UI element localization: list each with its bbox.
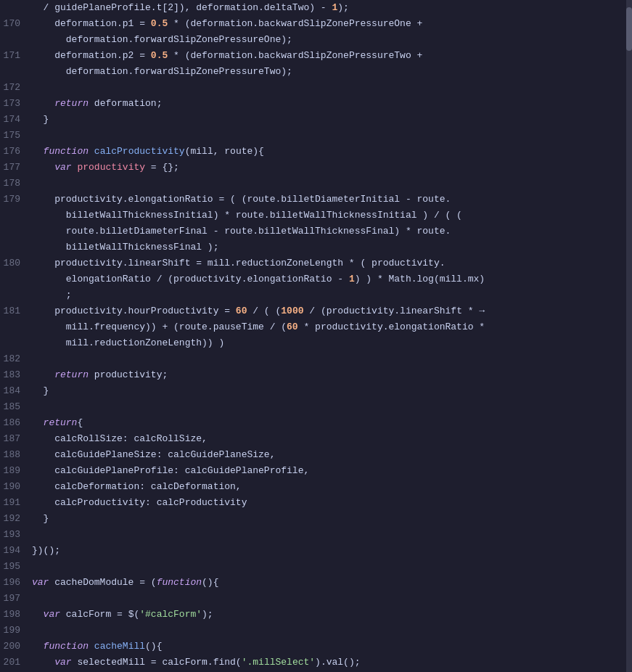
table-row: 195 xyxy=(0,559,626,575)
table-row: 193 xyxy=(0,527,626,543)
line-number: 201 xyxy=(0,655,32,671)
table-row: 170 deformation.p1 = 0.5 * (deformation.… xyxy=(0,16,626,32)
line-number: 178 xyxy=(0,176,32,192)
line-number: 192 xyxy=(0,511,32,527)
line-number xyxy=(0,319,32,335)
table-row: mill.reductionZoneLength)) ) xyxy=(0,335,626,351)
line-content xyxy=(32,80,626,96)
line-content: var calcForm = $('#calcForm'); xyxy=(32,607,626,623)
line-number: 183 xyxy=(0,367,32,383)
line-content: } xyxy=(32,112,626,128)
line-number: 175 xyxy=(0,128,32,144)
line-content xyxy=(32,527,626,543)
line-number: 172 xyxy=(0,80,32,96)
line-content: deformation.forwardSlipZonePressureOne); xyxy=(32,32,626,48)
line-content xyxy=(32,128,626,144)
line-number: 173 xyxy=(0,96,32,112)
table-row: 173 return deformation; xyxy=(0,96,626,112)
line-number: 185 xyxy=(0,399,32,415)
line-content: mill.reductionZoneLength)) ) xyxy=(32,335,626,351)
table-row: 172 xyxy=(0,80,626,96)
line-number xyxy=(0,208,32,224)
line-content: calcGuidePlaneSize: calcGuidePlaneSize, xyxy=(32,447,626,463)
line-content xyxy=(32,559,626,575)
line-content xyxy=(32,623,626,639)
table-row: 184 } xyxy=(0,383,626,399)
line-number: 177 xyxy=(0,160,32,176)
line-number: 198 xyxy=(0,607,32,623)
line-number xyxy=(0,64,32,80)
line-content: var selectedMill = calcForm.find('.millS… xyxy=(32,655,626,671)
table-row: billetWallThicknessFinal ); xyxy=(0,239,626,255)
line-content: elongationRatio / (productivity.elongati… xyxy=(32,271,626,287)
line-content: calcProductivity: calcProductivity xyxy=(32,495,626,511)
line-content: route.billetDiameterFinal - route.billet… xyxy=(32,224,626,239)
line-content: } xyxy=(32,383,626,399)
table-row: 191 calcProductivity: calcProductivity xyxy=(0,495,626,511)
line-content: mill.frequency)) + (route.pauseTime / (6… xyxy=(32,319,626,335)
table-row: 185 xyxy=(0,399,626,415)
table-row: 189 calcGuidePlaneProfile: calcGuidePlan… xyxy=(0,463,626,479)
line-number: 181 xyxy=(0,303,32,319)
line-content: calcDeformation: calcDeformation, xyxy=(32,479,626,495)
table-row: 190 calcDeformation: calcDeformation, xyxy=(0,479,626,495)
table-row: 177 var productivity = {}; xyxy=(0,160,626,176)
line-content: } xyxy=(32,511,626,527)
line-content: deformation.forwardSlipZonePressureTwo); xyxy=(32,64,626,80)
line-number xyxy=(0,224,32,239)
line-content xyxy=(32,591,626,607)
table-row: 198 var calcForm = $('#calcForm'); xyxy=(0,607,626,623)
table-row: 171 deformation.p2 = 0.5 * (deformation.… xyxy=(0,48,626,64)
line-content: calcGuidePlaneProfile: calcGuidePlanePro… xyxy=(32,463,626,479)
table-row: elongationRatio / (productivity.elongati… xyxy=(0,271,626,287)
line-content: calcRollSize: calcRollSize, xyxy=(32,431,626,447)
line-content: / guidePlaneProfile.t[2]), deformation.d… xyxy=(32,0,626,16)
table-row: 197 xyxy=(0,591,626,607)
table-row: 196var cacheDomModule = (function(){ xyxy=(0,575,626,591)
line-content: productivity.elongationRatio = ( (route.… xyxy=(32,192,626,208)
table-row: 194})(); xyxy=(0,543,626,559)
line-content: return deformation; xyxy=(32,96,626,112)
table-row: 182 xyxy=(0,351,626,367)
line-number: 182 xyxy=(0,351,32,367)
table-row: deformation.forwardSlipZonePressureOne); xyxy=(0,32,626,48)
line-content: return{ xyxy=(32,415,626,431)
table-row: 180 productivity.linearShift = mill.redu… xyxy=(0,255,626,271)
line-number xyxy=(0,239,32,255)
line-content: deformation.p1 = 0.5 * (deformation.back… xyxy=(32,16,626,32)
line-number xyxy=(0,32,32,48)
table-row: 188 calcGuidePlaneSize: calcGuidePlaneSi… xyxy=(0,447,626,463)
line-number: 197 xyxy=(0,591,32,607)
table-row: 201 var selectedMill = calcForm.find('.m… xyxy=(0,655,626,671)
line-number xyxy=(0,0,32,16)
scrollbar[interactable] xyxy=(626,0,632,672)
line-content: })(); xyxy=(32,543,626,559)
line-number: 179 xyxy=(0,192,32,208)
line-number: 193 xyxy=(0,527,32,543)
line-number: 199 xyxy=(0,623,32,639)
scrollbar-thumb[interactable] xyxy=(626,7,632,51)
line-number xyxy=(0,335,32,351)
line-number: 191 xyxy=(0,495,32,511)
table-row: / guidePlaneProfile.t[2]), deformation.d… xyxy=(0,0,626,16)
line-number: 176 xyxy=(0,144,32,160)
table-row: ; xyxy=(0,287,626,303)
line-content: billetWallThicknessFinal ); xyxy=(32,239,626,255)
line-number: 189 xyxy=(0,463,32,479)
table-row: mill.frequency)) + (route.pauseTime / (6… xyxy=(0,319,626,335)
line-number: 196 xyxy=(0,575,32,591)
line-number: 190 xyxy=(0,479,32,495)
line-content: var cacheDomModule = (function(){ xyxy=(32,575,626,591)
table-row: 200 function cacheMill(){ xyxy=(0,639,626,655)
table-row: deformation.forwardSlipZonePressureTwo); xyxy=(0,64,626,80)
line-content: function cacheMill(){ xyxy=(32,639,626,655)
table-row: 181 productivity.hourProductivity = 60 /… xyxy=(0,303,626,319)
line-number: 187 xyxy=(0,431,32,447)
line-number: 174 xyxy=(0,112,32,128)
line-number: 186 xyxy=(0,415,32,431)
table-row: 187 calcRollSize: calcRollSize, xyxy=(0,431,626,447)
line-number: 171 xyxy=(0,48,32,64)
code-editor: / guidePlaneProfile.t[2]), deformation.d… xyxy=(0,0,632,672)
line-number: 194 xyxy=(0,543,32,559)
line-content: billetWallThicknessInitial) * route.bill… xyxy=(32,208,626,224)
